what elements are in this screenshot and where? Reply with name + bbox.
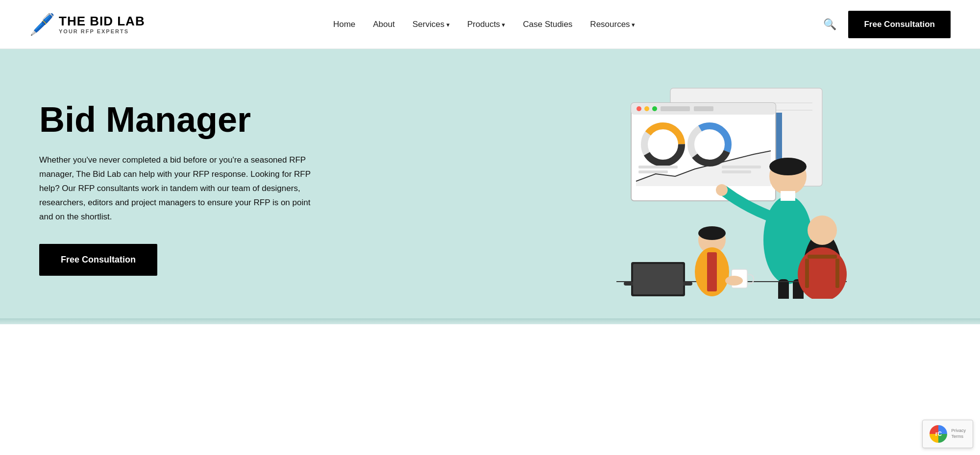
logo-main-text: THE BID LAB	[59, 14, 145, 28]
navigation: 🖊️ THE BID LAB YOUR RFP EXPERTS Home Abo…	[0, 0, 980, 49]
svg-point-50	[725, 276, 743, 286]
hero-content: Bid Manager Whether you've never complet…	[39, 101, 508, 275]
nav-item-resources[interactable]: Resources	[590, 20, 635, 29]
svg-rect-14	[661, 106, 690, 111]
nav-link-products[interactable]: Products	[467, 20, 506, 29]
nav-item-case-studies[interactable]: Case Studies	[523, 20, 572, 29]
svg-rect-23	[638, 166, 678, 168]
svg-rect-39	[633, 264, 683, 294]
nav-link-about[interactable]: About	[373, 20, 394, 29]
nav-cta-button[interactable]: Free Consultation	[848, 11, 951, 38]
svg-rect-44	[707, 252, 717, 291]
search-icon[interactable]: 🔍	[823, 18, 836, 31]
svg-point-13	[652, 106, 657, 111]
logo[interactable]: 🖊️ THE BID LAB YOUR RFP EXPERTS	[29, 14, 145, 35]
svg-rect-24	[638, 170, 668, 173]
svg-point-45	[808, 216, 837, 245]
logo-sub-text: YOUR RFP EXPERTS	[59, 28, 145, 34]
footer-strip	[0, 318, 980, 324]
logo-icon: 🖊️	[29, 14, 55, 35]
svg-rect-48	[805, 259, 809, 288]
svg-rect-30	[781, 191, 795, 201]
svg-point-31	[716, 184, 728, 196]
svg-point-29	[769, 158, 807, 175]
svg-rect-26	[722, 170, 751, 173]
svg-point-12	[644, 106, 649, 111]
nav-right: 🔍 Free Consultation	[823, 11, 951, 38]
nav-link-home[interactable]: Home	[333, 20, 355, 29]
hero-illustration	[508, 78, 941, 299]
svg-point-42	[698, 226, 726, 240]
hero-title: Bid Manager	[39, 101, 489, 139]
hero-description: Whether you've never completed a bid bef…	[39, 153, 314, 224]
svg-rect-15	[694, 106, 713, 111]
nav-link-case-studies[interactable]: Case Studies	[523, 20, 572, 29]
hero-cta-button[interactable]: Free Consultation	[39, 244, 157, 276]
nav-item-products[interactable]: Products	[467, 20, 506, 29]
nav-item-about[interactable]: About	[373, 20, 394, 29]
nav-link-resources[interactable]: Resources	[590, 20, 635, 29]
hero-illustration-svg	[577, 78, 871, 299]
svg-rect-47	[808, 255, 837, 259]
nav-item-services[interactable]: Services	[413, 20, 450, 29]
hero-section: Bid Manager Whether you've never complet…	[0, 49, 980, 318]
svg-rect-25	[722, 166, 761, 168]
nav-item-home[interactable]: Home	[333, 20, 355, 29]
nav-link-services[interactable]: Services	[413, 20, 450, 29]
svg-rect-49	[835, 259, 839, 288]
svg-point-11	[637, 106, 641, 111]
nav-links: Home About Services Products Case Studie…	[333, 20, 635, 29]
